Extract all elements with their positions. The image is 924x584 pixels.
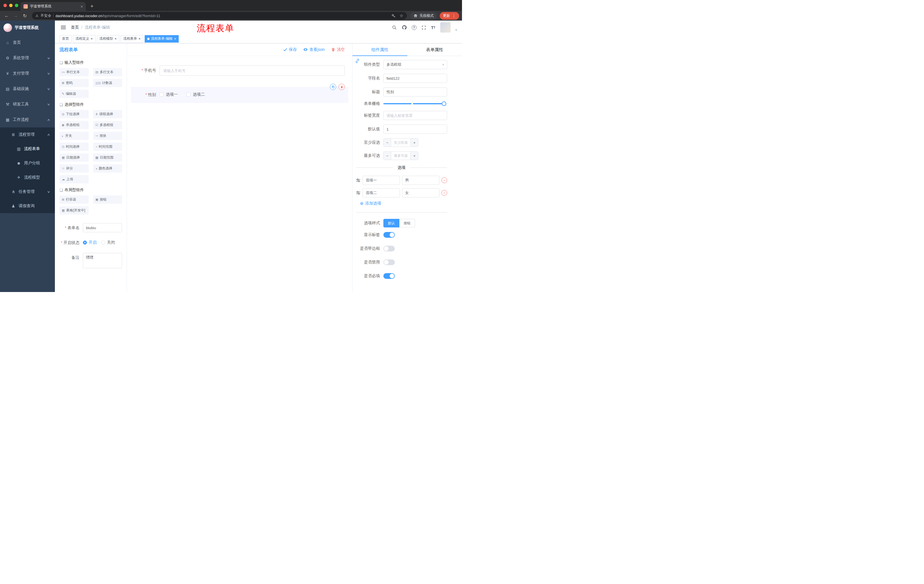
decrease-button[interactable]: − [384, 152, 391, 160]
palette-component[interactable]: ⋔ 级联选择 [93, 110, 122, 118]
help-icon[interactable]: ? [412, 25, 417, 30]
sidebar-item-devtools[interactable]: ⚒ 研发工具 ∨ [0, 97, 55, 112]
password-key-icon[interactable] [391, 14, 396, 18]
save-button[interactable]: 保存 [283, 47, 297, 52]
canvas-field-gender[interactable]: 性别 选项一 选项二 [131, 87, 348, 103]
tag-close-icon[interactable]: × [139, 36, 141, 41]
sidebar-item-user-group[interactable]: ☻ 用户分组 [0, 156, 55, 170]
duplicate-component-button[interactable] [330, 84, 336, 90]
delete-component-button[interactable] [338, 84, 345, 90]
tag-view-item[interactable]: 流程定义 × [73, 35, 96, 43]
field-name-input[interactable] [383, 74, 447, 83]
user-avatar[interactable] [440, 22, 450, 33]
sidebar-item-home[interactable]: ⌂ 首页 [0, 35, 55, 50]
tag-view-item[interactable]: 首页 × [59, 35, 71, 43]
toggle-switch[interactable] [383, 232, 395, 238]
increase-button[interactable]: + [411, 138, 418, 146]
style-default-button[interactable]: 默认 [383, 219, 399, 227]
option-label-input[interactable] [363, 188, 400, 197]
browser-tab[interactable]: 芋道管理系统 × [21, 2, 86, 11]
window-zoom-button[interactable] [15, 4, 18, 7]
sidebar-item-system[interactable]: ⚙ 系统管理 ∨ [0, 50, 55, 66]
palette-component[interactable]: 123 计数器 [93, 79, 122, 87]
palette-component[interactable]: ☑ 多选框组 [93, 121, 122, 129]
default-value-input[interactable] [383, 125, 447, 134]
palette-component[interactable]: ▤ 多行文本 [93, 68, 122, 76]
sidebar-item-task-management[interactable]: ⋔ 任务管理 ∨ [0, 184, 55, 199]
palette-component[interactable]: ◎ 下拉选择 [59, 110, 89, 118]
increase-button[interactable]: + [411, 152, 418, 160]
palette-component[interactable]: ◐ 开关 [59, 132, 89, 140]
new-tab-button[interactable]: + [90, 3, 94, 10]
palette-component[interactable]: ▣ 按钮 [93, 196, 122, 204]
component-type-select[interactable]: 多选框组 ▾ [383, 60, 447, 69]
palette-component[interactable]: ▭ 单行文本 [59, 68, 89, 76]
canvas-field-phone[interactable]: 手机号 [131, 62, 348, 79]
tag-close-icon[interactable]: × [91, 36, 93, 41]
font-size-icon[interactable]: TT [431, 25, 436, 30]
decrease-button[interactable]: − [384, 138, 391, 146]
address-bar[interactable]: ⚠ 不安全 dashboard.yudao.iocoder.cn/bpm/man… [32, 12, 407, 20]
clear-button[interactable]: 清空 [331, 47, 345, 52]
toggle-switch[interactable] [383, 273, 395, 279]
phone-input[interactable] [160, 66, 345, 76]
sidebar-item-payment[interactable]: ¥ 支付管理 ∨ [0, 66, 55, 81]
palette-component[interactable]: ✎ 编辑器 [59, 90, 89, 98]
drag-handle-icon[interactable] [356, 178, 361, 183]
palette-component[interactable]: ⊸ 滑块 [93, 132, 122, 140]
palette-component[interactable]: ▦ 日期选择 [59, 153, 89, 162]
collapse-menu-icon[interactable] [60, 24, 66, 31]
github-icon[interactable] [402, 25, 407, 30]
reload-button[interactable]: ↻ [21, 13, 29, 18]
sidebar-item-workflow[interactable]: ▦ 工作流程 ∧ [0, 112, 55, 127]
toggle-switch[interactable] [383, 260, 395, 265]
bookmark-star-icon[interactable]: ☆ [400, 13, 403, 18]
palette-component[interactable]: ◷ 时间选择 [59, 143, 89, 151]
palette-component[interactable]: ▩ 日期范围 [93, 153, 122, 162]
remark-textarea[interactable]: 嘿嘿 [83, 253, 122, 268]
tag-view-item[interactable]: 流程表单 × [120, 35, 143, 43]
menu-kebab-icon[interactable]: ⋮ [452, 13, 456, 18]
title-input[interactable] [383, 87, 447, 97]
fullscreen-icon[interactable] [421, 25, 426, 30]
sidebar-item-infra[interactable]: ▤ 基础设施 ∨ [0, 81, 55, 97]
forward-button[interactable]: → [12, 13, 20, 18]
palette-component[interactable]: ☆ 评分 [59, 164, 89, 173]
option-value-input[interactable] [402, 176, 439, 185]
sidebar-item-process-management[interactable]: ≣ 流程管理 ∧ [0, 127, 55, 142]
slider-handle[interactable] [442, 102, 446, 106]
tag-view-item[interactable]: 流程模型 × [97, 35, 119, 43]
palette-component[interactable]: ▦ 表格[开发中] [59, 206, 89, 215]
status-off-radio[interactable]: 关闭 [101, 240, 115, 245]
checkbox-option[interactable]: 选项一 [160, 92, 178, 97]
palette-component[interactable]: ◔ 时间范围 [93, 143, 122, 151]
sidebar-item-process-form[interactable]: ▥ 流程表单 [0, 142, 55, 156]
toggle-switch[interactable] [383, 246, 395, 252]
palette-component[interactable]: ◉ 单选框组 [59, 121, 89, 129]
tab-component-props[interactable]: 组件属性 [353, 43, 408, 56]
link-icon[interactable] [355, 58, 360, 64]
window-minimize-button[interactable] [9, 4, 13, 7]
option-label-input[interactable] [363, 176, 400, 185]
palette-component[interactable]: ⊞ 行容器 [59, 196, 89, 204]
tag-close-icon[interactable]: × [174, 36, 177, 41]
sidebar-item-process-model[interactable]: ✈ 流程模型 [0, 170, 55, 184]
remove-option-button[interactable]: − [441, 178, 447, 183]
form-name-input[interactable] [83, 223, 122, 232]
sidebar-item-leave-query[interactable]: ♟ 请假查询 [0, 199, 55, 213]
tag-view-item[interactable]: 流程表单-编辑 × [145, 35, 179, 43]
drag-handle-icon[interactable] [356, 191, 361, 195]
window-close-button[interactable] [3, 4, 7, 7]
palette-component[interactable]: ◑ 颜色选择 [93, 164, 122, 173]
tag-close-icon[interactable]: × [115, 36, 117, 41]
tab-form-props[interactable]: 表单属性 [408, 43, 462, 56]
add-option-button[interactable]: ⊕ 添加选项 [360, 201, 447, 206]
form-grid-slider[interactable] [383, 103, 444, 104]
remove-option-button[interactable]: − [441, 190, 447, 196]
palette-component[interactable]: ⊠ 密码 [59, 79, 89, 87]
checkbox-option[interactable]: 选项二 [186, 92, 205, 97]
update-button[interactable]: 更新 ⋮ [440, 12, 459, 20]
security-warning-icon[interactable]: ⚠ [35, 14, 39, 18]
avatar-caret-icon[interactable]: ▾ [455, 28, 457, 31]
palette-component[interactable]: ☁ 上传 [59, 175, 89, 183]
